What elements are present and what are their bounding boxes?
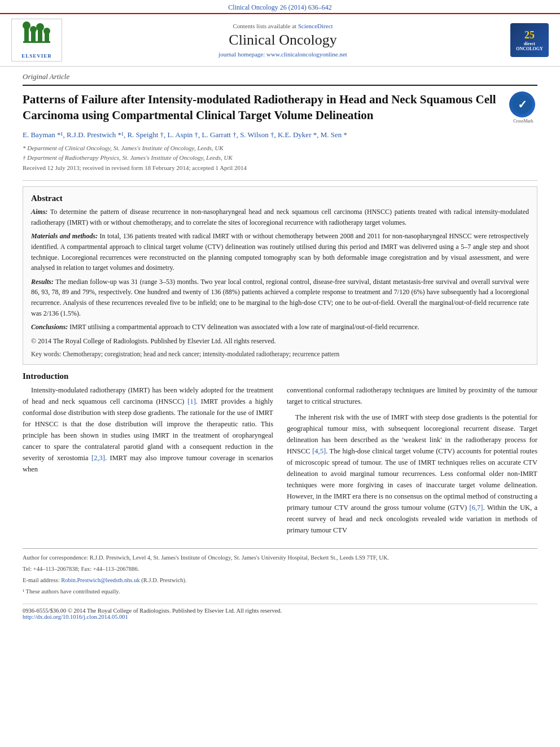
ref-2-3[interactable]: [2,3]	[91, 454, 105, 462]
journal-title: Clinical Oncology	[62, 32, 504, 49]
copyright-footer: 0936-6555/$36.00 © 2014 The Royal Colleg…	[23, 604, 537, 620]
svg-text:✓: ✓	[518, 98, 527, 111]
main-content: Original Article Patterns of Failure aft…	[0, 67, 560, 631]
elsevier-logo: ELSEVIER	[11, 19, 62, 62]
article-title-block: Patterns of Failure after Intensity-modu…	[23, 91, 498, 178]
abstract-results: Results: The median follow-up was 31 (ra…	[31, 277, 529, 318]
svg-point-7	[43, 28, 50, 34]
intro-p1: Intensity-modulated radiotherapy (IMRT) …	[23, 385, 273, 475]
ref-1[interactable]: [1]	[187, 397, 196, 405]
intro-p2: conventional conformal radiotherapy tech…	[287, 385, 537, 407]
crossmark-label: CrossMark	[509, 119, 537, 124]
footnote-email-name: (R.J.D. Prestwich).	[141, 577, 186, 583]
footnote-section: Author for correspondence: R.J.D. Prestw…	[23, 548, 537, 596]
journal-homepage: journal homepage: www.clinicaloncologyon…	[62, 51, 504, 58]
journal-ref-text: Clinical Oncology 26 (2014) 636–642	[228, 3, 331, 11]
svg-point-6	[36, 23, 44, 31]
sciencedirect-label: Contents lists available at	[233, 23, 296, 29]
abstract-title: Abstract	[31, 194, 529, 203]
elsevier-label: ELSEVIER	[14, 53, 59, 59]
abstract-copyright: © 2014 The Royal College of Radiologists…	[31, 336, 529, 347]
intro-columns: Intensity-modulated radiotherapy (IMRT) …	[23, 385, 537, 540]
intro-col-right: conventional conformal radiotherapy tech…	[287, 385, 537, 540]
direct-oncology-badge: 25 direct ONCOLOGY	[510, 23, 549, 57]
abstract-conclusions: Conclusions: IMRT utilising a compartmen…	[31, 322, 529, 333]
ref-4-5[interactable]: [4,5]	[312, 447, 326, 455]
footnote-tel-fax: Tel: +44–113–2067838; Fax: +44–113–20678…	[23, 565, 537, 574]
do-number: 25	[524, 29, 535, 41]
footnote-correspondence-label: Author for correspondence: R.J.D. Prestw…	[23, 554, 389, 561]
intro-p3: The inherent risk with the use of IMRT w…	[287, 412, 537, 536]
journal-header-center: Contents lists available at ScienceDirec…	[62, 23, 504, 58]
article-title: Patterns of Failure after Intensity-modu…	[23, 91, 498, 124]
svg-point-4	[23, 21, 30, 29]
top-divider	[23, 85, 537, 86]
crossmark-badge: ✓ CrossMark	[509, 91, 537, 120]
article-dates: Received 12 July 2013; received in revis…	[23, 164, 498, 171]
copyright-doi[interactable]: http://dx.doi.org/10.1016/j.clon.2014.05…	[23, 614, 537, 620]
journal-header-right: 25 direct ONCOLOGY	[504, 23, 549, 57]
article-type: Original Article	[23, 72, 537, 81]
footnote-equal-contrib: ¹ These authors have contributed equally…	[23, 587, 537, 596]
elsevier-tree-icon	[19, 21, 55, 50]
sciencedirect-line: Contents lists available at ScienceDirec…	[62, 23, 504, 29]
abstract-aims-text: To determine the pattern of disease recu…	[31, 208, 529, 226]
footnote-tel: Tel: +44–113–2067838;	[23, 566, 80, 572]
footnote-fax: Fax: +44–113–2067886.	[81, 566, 139, 572]
abstract-materials-text: In total, 136 patients treated with radi…	[31, 232, 529, 272]
abstract-aims: Aims: To determine the pattern of diseas…	[31, 207, 529, 228]
footnote-email-label: E-mail address:	[23, 577, 60, 583]
copyright-issn: 0936-6555/$36.00 © 2014 The Royal Colleg…	[23, 608, 537, 614]
journal-ref-bar: Clinical Oncology 26 (2014) 636–642	[0, 0, 560, 13]
article-header: Patterns of Failure after Intensity-modu…	[23, 91, 537, 178]
intro-title: Introduction	[23, 372, 537, 381]
affiliations: * Department of Clinical Oncology, St. J…	[23, 143, 498, 162]
svg-point-5	[30, 26, 37, 33]
abstract-conclusions-text: IMRT utilising a compartmental approach …	[69, 323, 419, 331]
article-authors: E. Bayman *¹, R.J.D. Prestwich *¹, R. Sp…	[23, 129, 498, 141]
affiliation-1: * Department of Clinical Oncology, St. J…	[23, 143, 498, 153]
homepage-label: journal homepage:	[218, 51, 266, 58]
intro-col-left: Intensity-modulated radiotherapy (IMRT) …	[23, 385, 273, 540]
abstract-divider	[23, 180, 537, 181]
do-text: direct ONCOLOGY	[513, 41, 546, 51]
abstract-section: Abstract Aims: To determine the pattern …	[23, 186, 537, 365]
homepage-url[interactable]: www.clinicaloncologyonline.net	[266, 51, 347, 58]
footnote-email[interactable]: Robin.Prestwich@leedsth.nhs.uk	[61, 577, 139, 583]
journal-header: ELSEVIER Contents lists available at Sci…	[0, 13, 560, 67]
footnote-correspondence: Author for correspondence: R.J.D. Prestw…	[23, 553, 537, 562]
svg-rect-8	[23, 41, 50, 43]
keywords-line: Key words: Chemotherapy; coregistration;…	[31, 351, 529, 357]
sciencedirect-link[interactable]: ScienceDirect	[298, 23, 333, 29]
abstract-results-text: The median follow-up was 31 (range 3–53)…	[31, 278, 529, 317]
abstract-materials: Materials and methods: In total, 136 pat…	[31, 231, 529, 273]
abstract-text: Aims: To determine the pattern of diseas…	[31, 207, 529, 346]
introduction-section: Introduction Intensity-modulated radioth…	[23, 372, 537, 540]
crossmark-icon: ✓	[509, 91, 535, 117]
footnote-email-line: E-mail address: Robin.Prestwich@leedsth.…	[23, 576, 537, 585]
affiliation-2: † Department of Radiotherapy Physics, St…	[23, 153, 498, 163]
ref-6-7[interactable]: [6,7]	[470, 504, 483, 512]
